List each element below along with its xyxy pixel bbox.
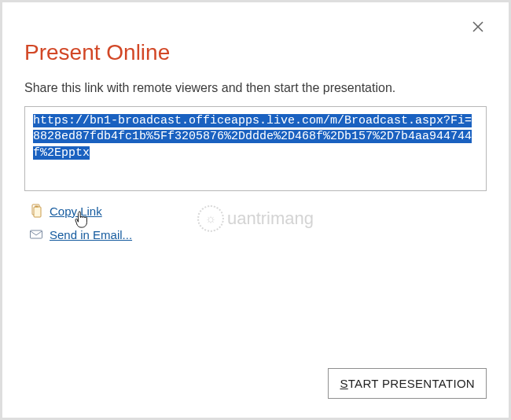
close-icon — [472, 20, 484, 33]
envelope-icon — [29, 227, 43, 241]
link-actions: Copy Link Send in Email... — [24, 204, 487, 241]
present-online-dialog: Present Online Share this link with remo… — [4, 4, 507, 416]
dialog-frame: Present Online Share this link with remo… — [0, 0, 511, 420]
dialog-footer: START PRESENTATION — [328, 368, 487, 399]
start-button-label-rest: TART PRESENTATION — [348, 377, 475, 390]
start-presentation-button[interactable]: START PRESENTATION — [328, 368, 487, 399]
dialog-title: Present Online — [24, 40, 487, 65]
copy-link-button[interactable]: Copy Link — [50, 204, 102, 218]
share-link-field[interactable]: https://bn1-broadcast.officeapps.live.co… — [24, 106, 487, 191]
clipboard-icon — [29, 204, 43, 218]
copy-link-row: Copy Link — [29, 204, 487, 218]
close-button[interactable] — [469, 18, 487, 35]
send-email-button[interactable]: Send in Email... — [50, 228, 132, 241]
share-link-text: https://bn1-broadcast.officeapps.live.co… — [33, 114, 472, 160]
start-button-hotkey: S — [340, 377, 347, 390]
svg-rect-5 — [31, 230, 42, 238]
svg-rect-4 — [35, 206, 39, 208]
titlebar — [24, 18, 487, 35]
dialog-subtitle: Share this link with remote viewers and … — [24, 81, 487, 95]
send-email-row: Send in Email... — [29, 227, 487, 241]
svg-rect-3 — [34, 207, 41, 217]
